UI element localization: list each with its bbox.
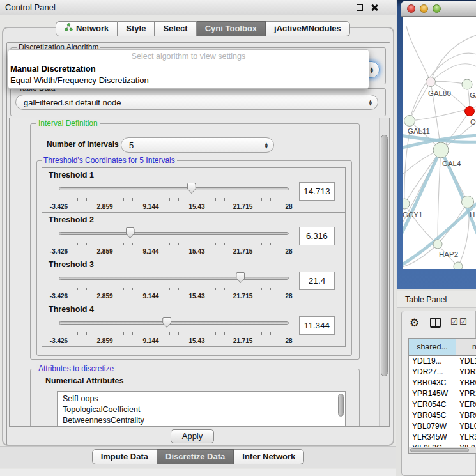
major-tick: [197, 287, 197, 292]
attribute-item[interactable]: BetweennessCentrality: [58, 415, 345, 426]
minor-tick: [215, 243, 216, 245]
threshold-value-field[interactable]: 6.316: [299, 227, 335, 245]
close-traffic-light[interactable]: [407, 4, 415, 13]
close-icon[interactable]: [371, 4, 378, 12]
table-row[interactable]: YLR345WYLR3...: [409, 432, 476, 443]
threshold-label: Threshold 3: [49, 260, 94, 269]
gear-icon[interactable]: ⚙: [410, 316, 419, 329]
apply-button[interactable]: Apply: [171, 429, 214, 443]
minor-tick: [188, 288, 188, 290]
threshold-slider[interactable]: [59, 272, 289, 284]
numerical-attributes-list[interactable]: SelfLoopsTopologicalCoefficientBetweenne…: [57, 391, 346, 427]
slider-tick-labels: -3.4262.8599.14415.4321.71528: [59, 293, 289, 300]
slider-thumb[interactable]: [162, 317, 171, 328]
major-tick: [105, 197, 105, 203]
minor-tick: [270, 288, 271, 290]
table-row[interactable]: YDR27...YDR2...: [409, 367, 476, 378]
main-scrollbar-thumb[interactable]: [381, 135, 388, 376]
minor-tick: [160, 198, 160, 201]
network-node-bottom-node[interactable]: [454, 262, 463, 269]
cell-name: YLR3...: [456, 432, 476, 443]
network-node-GAL11[interactable]: [404, 116, 415, 127]
major-tick: [105, 242, 105, 247]
table-row[interactable]: YPR145WYPR1...: [409, 388, 476, 399]
network-edge: [431, 81, 467, 84]
main-scrollbar-track[interactable]: [379, 118, 389, 426]
network-node-red-node[interactable]: [465, 107, 475, 116]
float-window-icon[interactable]: [357, 4, 363, 11]
list-scrollbar-thumb[interactable]: [338, 394, 344, 417]
interval-definition-title: Interval Definition: [36, 119, 100, 128]
tab-cyni-toolbox[interactable]: Cyni Toolbox: [197, 21, 266, 36]
table-row[interactable]: YBR043CYBR0...: [409, 378, 476, 388]
minor-tick: [132, 332, 133, 335]
table-hscrollbar[interactable]: [409, 447, 476, 454]
checkbox-icon[interactable]: ☑: [459, 317, 467, 326]
network-node-HAP2[interactable]: [433, 240, 442, 249]
bottom-tab-discretize-data[interactable]: Discretize Data: [157, 449, 234, 464]
minor-tick: [132, 243, 133, 245]
attribute-item[interactable]: TopologicalCoefficient: [58, 404, 345, 415]
slider-thumb[interactable]: [236, 272, 245, 283]
threshold-value-field[interactable]: 11.344: [299, 316, 335, 335]
cell-name: YDR2...: [456, 367, 476, 378]
minor-tick: [206, 243, 206, 245]
tick-label: -3.426: [50, 337, 68, 344]
checkbox-icon[interactable]: ☑: [450, 317, 458, 326]
slider-thumb[interactable]: [126, 227, 135, 238]
table-data-combo[interactable]: galFiltered.sif default node ▲▼: [15, 95, 378, 110]
threshold-slider[interactable]: [59, 227, 289, 239]
minor-tick: [234, 332, 234, 335]
major-tick: [243, 242, 243, 247]
bottom-tab-bar: Impute DataDiscretize DataInfer Network: [0, 449, 396, 464]
table-row[interactable]: YBL079WYBL0...: [409, 421, 476, 432]
network-icon: [65, 22, 76, 36]
tab-network[interactable]: Network: [56, 21, 118, 36]
minor-tick: [178, 198, 179, 201]
minimize-traffic-light[interactable]: [420, 4, 428, 13]
tab-label: Select: [163, 22, 187, 36]
bottom-tab-infer-network[interactable]: Infer Network: [234, 449, 304, 464]
tick-label: 21.715: [233, 248, 253, 255]
minor-tick: [160, 288, 160, 290]
attribute-item[interactable]: SelfLoops: [58, 392, 345, 404]
network-canvas[interactable]: GAL80GACGAL11GAL4GCY1HHAP2: [403, 17, 476, 269]
network-node-GA[interactable]: [462, 79, 472, 89]
threshold-value-field[interactable]: 14.713: [299, 182, 335, 201]
threshold-slider[interactable]: [59, 183, 289, 194]
tick-label: 2.859: [96, 203, 112, 210]
tab-label: Network: [76, 22, 109, 36]
network-node-GCY1[interactable]: [403, 199, 410, 209]
popup-option-manual[interactable]: Manual Discretization: [10, 64, 96, 73]
tab-style[interactable]: Style: [118, 21, 155, 36]
table-hscrollbar-thumb[interactable]: [410, 448, 469, 452]
network-node-H[interactable]: [462, 196, 474, 208]
column-header-shared[interactable]: shared...: [409, 339, 456, 355]
column-header-name[interactable]: n: [456, 339, 476, 355]
major-tick: [243, 197, 243, 203]
minor-tick: [142, 288, 142, 290]
zoom-traffic-light[interactable]: [433, 4, 441, 13]
table-row[interactable]: YBR045CYBR0...: [409, 410, 476, 421]
minor-tick: [142, 198, 142, 201]
threshold-slider[interactable]: [59, 317, 289, 328]
network-node-label: GCY1: [403, 211, 422, 219]
minor-tick: [188, 198, 188, 201]
bottom-strip: [0, 469, 396, 476]
major-tick: [289, 197, 289, 203]
network-node-GAL4[interactable]: [433, 142, 449, 158]
popup-option-equal-width[interactable]: Equal Width/Frequency Discretization: [10, 75, 149, 85]
tab-select[interactable]: Select: [155, 21, 196, 36]
threshold-value-field[interactable]: 21.4: [299, 272, 335, 290]
minor-tick: [234, 288, 234, 290]
split-columns-icon[interactable]: [430, 318, 441, 328]
table-row[interactable]: YDL19...YDL1...: [409, 356, 476, 367]
tab-jactivemnodules[interactable]: jActiveMNodules: [266, 21, 350, 36]
bottom-tab-impute-data[interactable]: Impute Data: [92, 449, 157, 464]
table-rows: YDL19...YDL1...YDR27...YDR2...YBR043CYBR…: [409, 356, 476, 447]
table-row[interactable]: YER054CYER0...: [409, 399, 476, 410]
network-node-GAL80[interactable]: [426, 77, 436, 87]
slider-thumb[interactable]: [187, 183, 196, 194]
major-tick: [151, 287, 151, 292]
num-intervals-spinner[interactable]: 5 ▲▼: [121, 137, 274, 153]
